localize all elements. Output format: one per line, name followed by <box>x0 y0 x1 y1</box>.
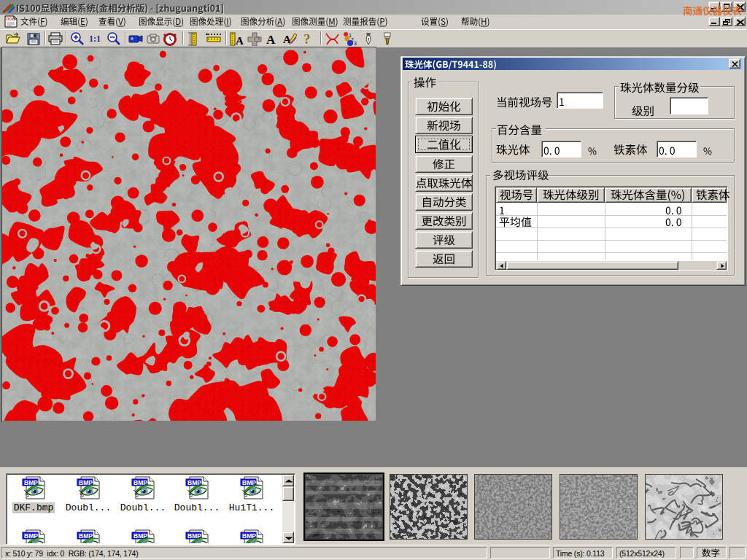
svg-text:1:1: 1:1 <box>89 34 101 44</box>
svg-text:A: A <box>236 35 244 46</box>
svg-text:DOC: DOC <box>7 17 15 21</box>
svg-text:A: A <box>266 33 276 46</box>
svg-text:3: 3 <box>354 41 357 46</box>
svg-text:?: ? <box>303 31 311 46</box>
